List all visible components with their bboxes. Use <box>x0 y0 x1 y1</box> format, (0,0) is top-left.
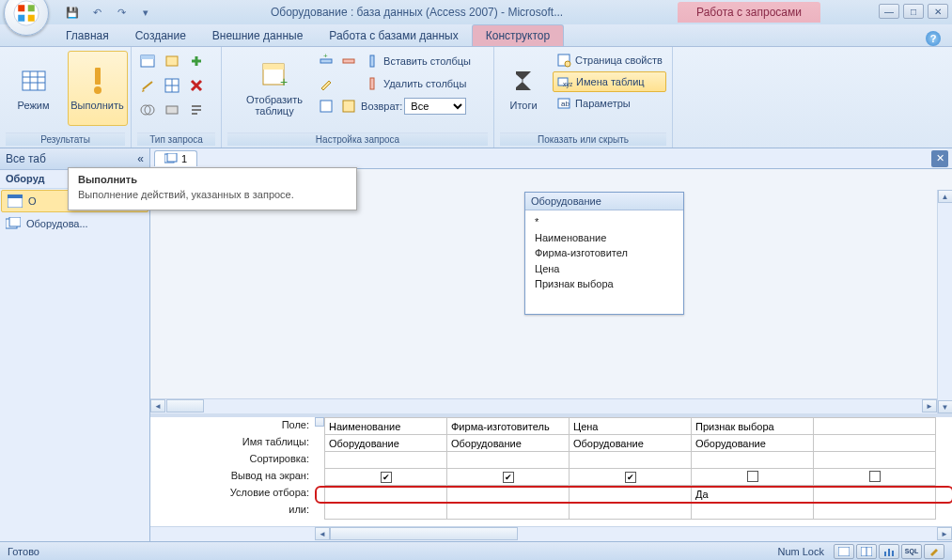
grid-cell-sort[interactable] <box>814 452 936 469</box>
return-all-icon[interactable] <box>316 96 336 117</box>
svg-rect-38 <box>8 194 23 198</box>
view-button[interactable]: Режим <box>4 51 64 126</box>
grid-cell-table[interactable]: Оборудование <box>692 435 814 452</box>
view-sql-button[interactable]: SQL <box>901 544 922 559</box>
tab-create[interactable]: Создание <box>122 25 199 46</box>
params-icon: ab <box>556 96 571 111</box>
grid-cell-criteria[interactable] <box>447 486 570 503</box>
maximize-button[interactable]: □ <box>903 4 924 19</box>
parameters-button[interactable]: abПараметры <box>553 94 666 113</box>
query-design-grid[interactable]: Поле: Имя таблицы: Сортировка: Вывод на … <box>150 417 952 541</box>
query-icon <box>6 217 21 230</box>
qt-delete-icon[interactable] <box>186 75 207 96</box>
grid-cell-table[interactable]: Оборудование <box>325 435 447 452</box>
qat-undo-icon[interactable]: ↶ <box>86 3 107 22</box>
grid-cell-show[interactable]: ✔ <box>570 469 692 486</box>
vscroll-upper[interactable]: ▲ ▼ <box>937 190 952 413</box>
qat-dropdown-icon[interactable]: ▾ <box>135 3 156 22</box>
qt-datadef-icon[interactable] <box>186 100 207 120</box>
grid-cell-criteria[interactable]: Да <box>692 486 814 503</box>
view-datasheet-button[interactable] <box>834 544 854 559</box>
grid-cell-or[interactable] <box>814 503 936 520</box>
grid-cell-show[interactable]: ✔ <box>325 469 447 486</box>
field-item[interactable]: Цена <box>535 261 674 277</box>
insert-rows-icon[interactable]: + <box>316 51 336 71</box>
svg-rect-40 <box>9 217 21 226</box>
return-setup-icon[interactable] <box>338 96 359 117</box>
grid-cell-field[interactable]: Фирма-изготовитель <box>447 418 570 435</box>
hscroll-thumb[interactable] <box>166 399 204 412</box>
grid-cell-or[interactable] <box>325 503 447 520</box>
field-item[interactable]: Признак выбора <box>535 276 674 292</box>
view-pivotchart-button[interactable] <box>879 544 899 559</box>
table-field-list-header[interactable]: Оборудование <box>525 193 683 210</box>
qat-redo-icon[interactable]: ↷ <box>111 3 132 22</box>
return-combo[interactable]: Все <box>404 98 466 115</box>
grid-cell-sort[interactable] <box>570 452 692 469</box>
grid-cell-table[interactable] <box>814 435 936 452</box>
row-selector[interactable] <box>315 417 324 427</box>
view-design-button[interactable] <box>924 544 944 559</box>
qt-update-icon[interactable] <box>137 75 158 96</box>
grid-scroll-right-icon[interactable]: ► <box>937 527 952 540</box>
qt-maketable-icon[interactable] <box>162 51 182 71</box>
field-item[interactable]: Фирма-изготовител <box>535 245 674 261</box>
table-field-list[interactable]: Оборудование * Наименование Фирма-изгото… <box>524 192 684 315</box>
tab-dbtools[interactable]: Работа с базами данных <box>316 25 471 46</box>
row-label-show: Вывод на экран: <box>150 468 315 485</box>
qt-select-icon[interactable] <box>137 51 158 71</box>
scroll-down-icon[interactable]: ▼ <box>938 400 953 413</box>
delete-columns-button[interactable]: Удалить столбцы <box>361 73 470 94</box>
qt-append-icon[interactable] <box>186 51 207 71</box>
scroll-left-icon[interactable]: ◄ <box>150 399 165 412</box>
scroll-right-icon[interactable]: ► <box>922 399 937 412</box>
totals-button[interactable]: Итоги <box>500 51 547 126</box>
tab-design[interactable]: Конструктор <box>472 24 564 46</box>
insert-columns-button[interactable]: Вставить столбцы <box>361 51 475 71</box>
navpane-item-query[interactable]: Оборудова... <box>0 213 149 234</box>
tab-home[interactable]: Главная <box>53 25 122 46</box>
grid-cell-table[interactable]: Оборудование <box>570 435 692 452</box>
builder-icon[interactable] <box>316 73 336 94</box>
qt-crosstab-icon[interactable] <box>162 75 182 96</box>
help-icon[interactable]: ? <box>926 31 941 46</box>
view-pivottable-button[interactable] <box>856 544 877 559</box>
grid-cell-sort[interactable] <box>692 452 814 469</box>
field-item[interactable]: Наименование <box>535 230 674 246</box>
table-names-button[interactable]: xyzИмена таблиц <box>553 71 666 92</box>
grid-cell-field[interactable]: Наименование <box>325 418 447 435</box>
grid-cell-field[interactable]: Цена <box>570 418 692 435</box>
grid-cell-criteria[interactable] <box>814 486 936 503</box>
grid-cell-criteria[interactable] <box>570 486 692 503</box>
qt-passthrough-icon[interactable] <box>162 100 182 120</box>
doc-close-button[interactable]: ✕ <box>931 150 948 167</box>
grid-cell-show[interactable] <box>814 469 936 486</box>
grid-cell-criteria[interactable] <box>325 486 447 503</box>
grid-scroll-left-icon[interactable]: ◄ <box>315 527 330 540</box>
grid-cell-show[interactable]: ✔ <box>447 469 570 486</box>
grid-cell-show[interactable] <box>692 469 814 486</box>
scroll-up-icon[interactable]: ▲ <box>938 190 953 203</box>
close-button[interactable]: ✕ <box>928 4 948 19</box>
grid-cell-field[interactable]: Признак выбора <box>692 418 814 435</box>
grid-cell-table[interactable]: Оборудование <box>447 435 570 452</box>
grid-cell-or[interactable] <box>447 503 570 520</box>
grid-cell-sort[interactable] <box>325 452 447 469</box>
property-sheet-button[interactable]: Страница свойств <box>553 51 666 70</box>
grid-hscroll-thumb[interactable] <box>330 527 518 540</box>
row-label-sort: Сортировка: <box>150 451 315 468</box>
delete-rows-icon[interactable] <box>338 51 359 71</box>
document-tab[interactable]: 1 <box>154 150 197 166</box>
grid-cell-sort[interactable] <box>447 452 570 469</box>
field-item[interactable]: * <box>535 214 674 230</box>
grid-cell-or[interactable] <box>570 503 692 520</box>
grid-cell-or[interactable] <box>692 503 814 520</box>
grid-cell-field[interactable] <box>814 418 936 435</box>
tab-external[interactable]: Внешние данные <box>199 25 317 46</box>
show-table-button[interactable]: + Отобразить таблицу <box>241 51 308 126</box>
run-button[interactable]: Выполнить <box>68 51 128 126</box>
minimize-button[interactable]: — <box>879 4 899 19</box>
qat-save-icon[interactable]: 💾 <box>62 3 83 22</box>
chevron-left-icon[interactable]: « <box>137 152 144 165</box>
qt-union-icon[interactable] <box>137 100 158 120</box>
